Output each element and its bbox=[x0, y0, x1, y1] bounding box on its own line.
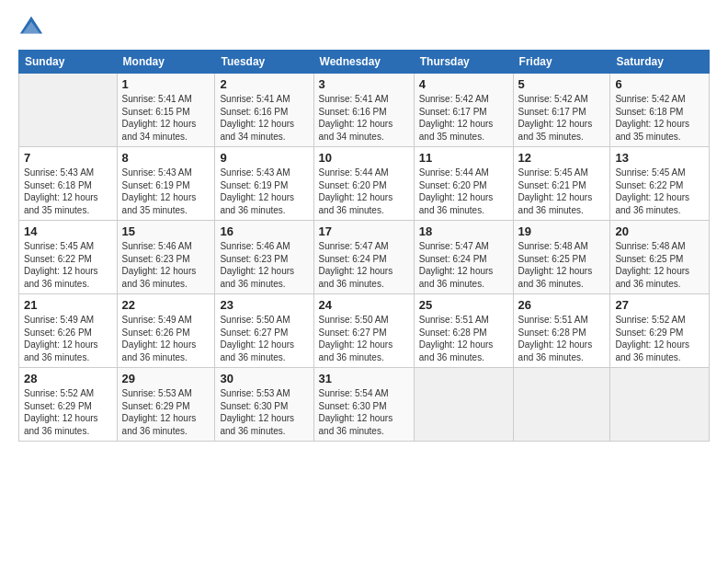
day-number: 11 bbox=[419, 151, 508, 165]
day-cell: 5Sunrise: 5:42 AMSunset: 6:17 PMDaylight… bbox=[513, 74, 610, 147]
day-cell: 2Sunrise: 5:41 AMSunset: 6:16 PMDaylight… bbox=[215, 74, 313, 147]
header bbox=[18, 15, 710, 40]
header-cell-friday: Friday bbox=[513, 51, 610, 74]
day-info: Sunrise: 5:42 AMSunset: 6:18 PMDaylight:… bbox=[615, 93, 704, 143]
day-number: 18 bbox=[419, 224, 508, 238]
day-number: 22 bbox=[122, 298, 210, 312]
day-cell: 25Sunrise: 5:51 AMSunset: 6:28 PMDayligh… bbox=[414, 294, 513, 368]
header-cell-saturday: Saturday bbox=[610, 51, 710, 74]
header-cell-thursday: Thursday bbox=[414, 51, 513, 74]
day-info: Sunrise: 5:49 AMSunset: 6:26 PMDaylight:… bbox=[24, 314, 112, 363]
day-number: 17 bbox=[319, 224, 409, 238]
day-cell: 9Sunrise: 5:43 AMSunset: 6:19 PMDaylight… bbox=[215, 147, 313, 221]
day-cell: 11Sunrise: 5:44 AMSunset: 6:20 PMDayligh… bbox=[414, 147, 513, 221]
day-cell: 16Sunrise: 5:46 AMSunset: 6:23 PMDayligh… bbox=[215, 221, 313, 294]
day-number: 14 bbox=[24, 224, 112, 238]
day-cell: 31Sunrise: 5:54 AMSunset: 6:30 PMDayligh… bbox=[313, 368, 414, 442]
header-cell-monday: Monday bbox=[117, 51, 215, 74]
day-number: 3 bbox=[319, 77, 409, 91]
day-number: 13 bbox=[615, 151, 704, 165]
day-cell: 8Sunrise: 5:43 AMSunset: 6:19 PMDaylight… bbox=[117, 147, 215, 221]
day-info: Sunrise: 5:41 AMSunset: 6:15 PMDaylight:… bbox=[122, 93, 210, 143]
week-row-2: 7Sunrise: 5:43 AMSunset: 6:18 PMDaylight… bbox=[19, 147, 710, 221]
day-number: 29 bbox=[122, 372, 210, 385]
day-info: Sunrise: 5:48 AMSunset: 6:25 PMDaylight:… bbox=[615, 240, 704, 290]
day-number: 24 bbox=[319, 298, 409, 312]
day-cell: 20Sunrise: 5:48 AMSunset: 6:25 PMDayligh… bbox=[610, 221, 710, 294]
day-number: 31 bbox=[319, 372, 409, 385]
day-number: 12 bbox=[518, 151, 606, 165]
day-cell: 3Sunrise: 5:41 AMSunset: 6:16 PMDaylight… bbox=[313, 74, 414, 147]
day-cell: 19Sunrise: 5:48 AMSunset: 6:25 PMDayligh… bbox=[513, 221, 610, 294]
day-cell: 30Sunrise: 5:53 AMSunset: 6:30 PMDayligh… bbox=[215, 368, 313, 442]
day-info: Sunrise: 5:41 AMSunset: 6:16 PMDaylight:… bbox=[220, 93, 308, 143]
week-row-1: 1Sunrise: 5:41 AMSunset: 6:15 PMDaylight… bbox=[19, 74, 710, 147]
calendar-table: SundayMondayTuesdayWednesdayThursdayFrid… bbox=[18, 50, 710, 442]
day-info: Sunrise: 5:42 AMSunset: 6:17 PMDaylight:… bbox=[518, 93, 606, 143]
day-info: Sunrise: 5:52 AMSunset: 6:29 PMDaylight:… bbox=[615, 314, 704, 363]
day-cell: 18Sunrise: 5:47 AMSunset: 6:24 PMDayligh… bbox=[414, 221, 513, 294]
day-info: Sunrise: 5:51 AMSunset: 6:28 PMDaylight:… bbox=[419, 314, 508, 363]
day-cell: 14Sunrise: 5:45 AMSunset: 6:22 PMDayligh… bbox=[19, 221, 118, 294]
day-info: Sunrise: 5:53 AMSunset: 6:29 PMDaylight:… bbox=[122, 387, 210, 437]
day-number: 25 bbox=[419, 298, 508, 312]
day-cell bbox=[610, 368, 710, 442]
day-info: Sunrise: 5:52 AMSunset: 6:29 PMDaylight:… bbox=[24, 387, 112, 437]
day-cell: 7Sunrise: 5:43 AMSunset: 6:18 PMDaylight… bbox=[19, 147, 118, 221]
day-number: 9 bbox=[220, 151, 308, 165]
day-cell: 17Sunrise: 5:47 AMSunset: 6:24 PMDayligh… bbox=[313, 221, 414, 294]
day-info: Sunrise: 5:44 AMSunset: 6:20 PMDaylight:… bbox=[319, 167, 409, 216]
day-info: Sunrise: 5:47 AMSunset: 6:24 PMDaylight:… bbox=[319, 240, 409, 290]
header-cell-wednesday: Wednesday bbox=[313, 51, 414, 74]
day-cell: 26Sunrise: 5:51 AMSunset: 6:28 PMDayligh… bbox=[513, 294, 610, 368]
day-number: 16 bbox=[220, 224, 308, 238]
calendar-body: 1Sunrise: 5:41 AMSunset: 6:15 PMDaylight… bbox=[19, 74, 710, 442]
day-number: 1 bbox=[122, 77, 210, 91]
day-info: Sunrise: 5:50 AMSunset: 6:27 PMDaylight:… bbox=[319, 314, 409, 363]
day-cell bbox=[513, 368, 610, 442]
day-info: Sunrise: 5:43 AMSunset: 6:19 PMDaylight:… bbox=[220, 167, 308, 216]
day-number: 19 bbox=[518, 224, 606, 238]
day-info: Sunrise: 5:43 AMSunset: 6:18 PMDaylight:… bbox=[24, 167, 112, 216]
day-info: Sunrise: 5:45 AMSunset: 6:21 PMDaylight:… bbox=[518, 167, 606, 216]
day-info: Sunrise: 5:51 AMSunset: 6:28 PMDaylight:… bbox=[518, 314, 606, 363]
day-cell: 28Sunrise: 5:52 AMSunset: 6:29 PMDayligh… bbox=[19, 368, 118, 442]
day-info: Sunrise: 5:46 AMSunset: 6:23 PMDaylight:… bbox=[122, 240, 210, 290]
day-info: Sunrise: 5:50 AMSunset: 6:27 PMDaylight:… bbox=[220, 314, 308, 363]
day-number: 5 bbox=[518, 77, 606, 91]
day-number: 20 bbox=[615, 224, 704, 238]
day-cell: 12Sunrise: 5:45 AMSunset: 6:21 PMDayligh… bbox=[513, 147, 610, 221]
day-number: 2 bbox=[220, 77, 308, 91]
day-cell: 21Sunrise: 5:49 AMSunset: 6:26 PMDayligh… bbox=[19, 294, 118, 368]
day-info: Sunrise: 5:45 AMSunset: 6:22 PMDaylight:… bbox=[24, 240, 112, 290]
day-info: Sunrise: 5:45 AMSunset: 6:22 PMDaylight:… bbox=[615, 167, 704, 216]
header-row: SundayMondayTuesdayWednesdayThursdayFrid… bbox=[19, 51, 710, 74]
day-number: 27 bbox=[615, 298, 704, 312]
day-info: Sunrise: 5:42 AMSunset: 6:17 PMDaylight:… bbox=[419, 93, 508, 143]
day-cell: 24Sunrise: 5:50 AMSunset: 6:27 PMDayligh… bbox=[313, 294, 414, 368]
week-row-3: 14Sunrise: 5:45 AMSunset: 6:22 PMDayligh… bbox=[19, 221, 710, 294]
logo-icon bbox=[18, 15, 44, 40]
day-cell: 1Sunrise: 5:41 AMSunset: 6:15 PMDaylight… bbox=[117, 74, 215, 147]
day-number: 23 bbox=[220, 298, 308, 312]
day-info: Sunrise: 5:43 AMSunset: 6:19 PMDaylight:… bbox=[122, 167, 210, 216]
day-info: Sunrise: 5:41 AMSunset: 6:16 PMDaylight:… bbox=[319, 93, 409, 143]
day-number: 26 bbox=[518, 298, 606, 312]
day-number: 4 bbox=[419, 77, 508, 91]
day-info: Sunrise: 5:54 AMSunset: 6:30 PMDaylight:… bbox=[319, 387, 409, 437]
day-number: 6 bbox=[615, 77, 704, 91]
day-info: Sunrise: 5:44 AMSunset: 6:20 PMDaylight:… bbox=[419, 167, 508, 216]
header-cell-sunday: Sunday bbox=[19, 51, 118, 74]
day-number: 8 bbox=[122, 151, 210, 165]
day-info: Sunrise: 5:53 AMSunset: 6:30 PMDaylight:… bbox=[220, 387, 308, 437]
day-number: 15 bbox=[122, 224, 210, 238]
day-cell bbox=[414, 368, 513, 442]
day-cell: 22Sunrise: 5:49 AMSunset: 6:26 PMDayligh… bbox=[117, 294, 215, 368]
week-row-4: 21Sunrise: 5:49 AMSunset: 6:26 PMDayligh… bbox=[19, 294, 710, 368]
day-cell: 6Sunrise: 5:42 AMSunset: 6:18 PMDaylight… bbox=[610, 74, 710, 147]
header-cell-tuesday: Tuesday bbox=[215, 51, 313, 74]
day-number: 28 bbox=[24, 372, 112, 385]
page: SundayMondayTuesdayWednesdayThursdayFrid… bbox=[0, 0, 728, 563]
day-cell: 23Sunrise: 5:50 AMSunset: 6:27 PMDayligh… bbox=[215, 294, 313, 368]
day-cell bbox=[19, 74, 118, 147]
